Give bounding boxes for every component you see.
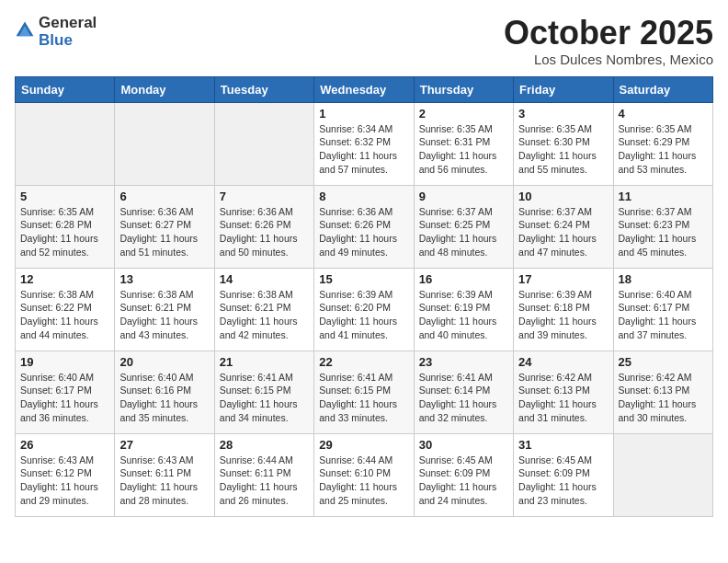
day-info: Sunrise: 6:38 AMSunset: 6:21 PMDaylight:… (119, 288, 209, 342)
day-info: Sunrise: 6:41 AMSunset: 6:15 PMDaylight:… (220, 371, 309, 425)
day-number: 1 (319, 107, 408, 121)
calendar-cell: 1Sunrise: 6:34 AMSunset: 6:32 PMDaylight… (314, 102, 414, 185)
calendar-cell: 21Sunrise: 6:41 AMSunset: 6:15 PMDayligh… (214, 350, 313, 433)
day-number: 8 (319, 190, 408, 203)
location-title: Los Dulces Nombres, Mexico (504, 52, 713, 67)
day-number: 26 (20, 438, 109, 452)
day-number: 10 (518, 190, 608, 203)
day-number: 6 (119, 190, 209, 203)
calendar-table: SundayMondayTuesdayWednesdayThursdayFrid… (15, 76, 713, 517)
day-info: Sunrise: 6:35 AMSunset: 6:29 PMDaylight:… (619, 122, 708, 177)
calendar-cell: 11Sunrise: 6:37 AMSunset: 6:23 PMDayligh… (613, 185, 712, 268)
day-info: Sunrise: 6:40 AMSunset: 6:16 PMDaylight:… (119, 371, 209, 425)
day-info: Sunrise: 6:41 AMSunset: 6:14 PMDaylight:… (419, 371, 508, 425)
calendar-cell: 28Sunrise: 6:44 AMSunset: 6:11 PMDayligh… (214, 433, 313, 516)
calendar-cell: 7Sunrise: 6:36 AMSunset: 6:26 PMDaylight… (214, 185, 313, 268)
day-info: Sunrise: 6:35 AMSunset: 6:28 PMDaylight:… (20, 205, 109, 259)
calendar-cell: 9Sunrise: 6:37 AMSunset: 6:25 PMDaylight… (414, 185, 513, 268)
day-number: 24 (518, 355, 608, 369)
calendar-cell (115, 102, 214, 185)
calendar-cell: 12Sunrise: 6:38 AMSunset: 6:22 PMDayligh… (16, 268, 115, 350)
day-number: 22 (319, 355, 408, 369)
calendar-week-row: 1Sunrise: 6:34 AMSunset: 6:32 PMDaylight… (16, 102, 713, 185)
day-number: 31 (518, 438, 608, 452)
calendar-cell: 8Sunrise: 6:36 AMSunset: 6:26 PMDaylight… (314, 185, 414, 268)
day-number: 20 (119, 355, 209, 369)
day-info: Sunrise: 6:36 AMSunset: 6:26 PMDaylight:… (220, 205, 309, 259)
calendar-cell: 17Sunrise: 6:39 AMSunset: 6:18 PMDayligh… (514, 268, 613, 350)
day-info: Sunrise: 6:37 AMSunset: 6:24 PMDaylight:… (518, 205, 608, 259)
day-info: Sunrise: 6:36 AMSunset: 6:26 PMDaylight:… (319, 205, 408, 259)
day-info: Sunrise: 6:40 AMSunset: 6:17 PMDaylight:… (619, 288, 708, 342)
day-info: Sunrise: 6:40 AMSunset: 6:17 PMDaylight:… (20, 371, 109, 425)
day-info: Sunrise: 6:43 AMSunset: 6:11 PMDaylight:… (119, 454, 209, 508)
month-title: October 2025 (504, 15, 713, 52)
day-number: 29 (319, 438, 408, 452)
weekday-header-tuesday: Tuesday (214, 76, 313, 102)
day-info: Sunrise: 6:45 AMSunset: 6:09 PMDaylight:… (518, 454, 608, 508)
day-number: 27 (119, 438, 209, 452)
day-number: 30 (419, 438, 508, 452)
calendar-week-row: 12Sunrise: 6:38 AMSunset: 6:22 PMDayligh… (16, 268, 713, 350)
logo-general: General (39, 15, 97, 32)
day-number: 11 (619, 190, 708, 203)
day-info: Sunrise: 6:44 AMSunset: 6:10 PMDaylight:… (319, 454, 408, 508)
logo: General Blue (15, 15, 97, 49)
day-number: 2 (419, 107, 508, 121)
day-number: 16 (419, 272, 508, 286)
calendar-cell: 19Sunrise: 6:40 AMSunset: 6:17 PMDayligh… (16, 350, 115, 433)
day-info: Sunrise: 6:35 AMSunset: 6:30 PMDaylight:… (518, 122, 608, 177)
day-number: 14 (220, 272, 309, 286)
day-info: Sunrise: 6:38 AMSunset: 6:22 PMDaylight:… (20, 288, 109, 342)
day-number: 25 (619, 355, 708, 369)
day-info: Sunrise: 6:39 AMSunset: 6:20 PMDaylight:… (319, 288, 408, 342)
day-info: Sunrise: 6:39 AMSunset: 6:19 PMDaylight:… (419, 288, 508, 342)
calendar-cell: 27Sunrise: 6:43 AMSunset: 6:11 PMDayligh… (115, 433, 214, 516)
calendar-cell: 30Sunrise: 6:45 AMSunset: 6:09 PMDayligh… (414, 433, 513, 516)
calendar-cell: 16Sunrise: 6:39 AMSunset: 6:19 PMDayligh… (414, 268, 513, 350)
weekday-header-friday: Friday (514, 76, 613, 102)
day-number: 5 (20, 190, 109, 203)
day-info: Sunrise: 6:35 AMSunset: 6:31 PMDaylight:… (419, 122, 508, 177)
day-info: Sunrise: 6:36 AMSunset: 6:27 PMDaylight:… (119, 205, 209, 259)
calendar-cell: 6Sunrise: 6:36 AMSunset: 6:27 PMDaylight… (115, 185, 214, 268)
day-info: Sunrise: 6:42 AMSunset: 6:13 PMDaylight:… (518, 371, 608, 425)
calendar-cell: 31Sunrise: 6:45 AMSunset: 6:09 PMDayligh… (514, 433, 613, 516)
day-info: Sunrise: 6:34 AMSunset: 6:32 PMDaylight:… (319, 122, 408, 177)
title-block: October 2025 Los Dulces Nombres, Mexico (504, 15, 713, 67)
weekday-header-saturday: Saturday (613, 76, 712, 102)
day-number: 23 (419, 355, 508, 369)
day-info: Sunrise: 6:42 AMSunset: 6:13 PMDaylight:… (619, 371, 708, 425)
day-number: 15 (319, 272, 408, 286)
page-header: General Blue October 2025 Los Dulces Nom… (15, 15, 713, 67)
day-number: 12 (20, 272, 109, 286)
calendar-cell: 15Sunrise: 6:39 AMSunset: 6:20 PMDayligh… (314, 268, 414, 350)
logo-icon (15, 20, 35, 40)
calendar-cell (16, 102, 115, 185)
day-info: Sunrise: 6:37 AMSunset: 6:25 PMDaylight:… (419, 205, 508, 259)
day-info: Sunrise: 6:37 AMSunset: 6:23 PMDaylight:… (619, 205, 708, 259)
calendar-cell: 4Sunrise: 6:35 AMSunset: 6:29 PMDaylight… (613, 102, 712, 185)
day-info: Sunrise: 6:45 AMSunset: 6:09 PMDaylight:… (419, 454, 508, 508)
day-number: 17 (518, 272, 608, 286)
weekday-header-sunday: Sunday (16, 76, 115, 102)
logo-blue: Blue (39, 32, 97, 50)
calendar-cell: 25Sunrise: 6:42 AMSunset: 6:13 PMDayligh… (613, 350, 712, 433)
day-number: 18 (619, 272, 708, 286)
day-number: 21 (220, 355, 309, 369)
day-number: 19 (20, 355, 109, 369)
calendar-week-row: 5Sunrise: 6:35 AMSunset: 6:28 PMDaylight… (16, 185, 713, 268)
calendar-cell (214, 102, 313, 185)
day-number: 13 (119, 272, 209, 286)
day-number: 4 (619, 107, 708, 121)
weekday-header-wednesday: Wednesday (314, 76, 414, 102)
calendar-cell: 26Sunrise: 6:43 AMSunset: 6:12 PMDayligh… (16, 433, 115, 516)
day-info: Sunrise: 6:44 AMSunset: 6:11 PMDaylight:… (220, 454, 309, 508)
day-number: 9 (419, 190, 508, 203)
weekday-header-monday: Monday (115, 76, 214, 102)
calendar-cell: 3Sunrise: 6:35 AMSunset: 6:30 PMDaylight… (514, 102, 613, 185)
calendar-cell: 20Sunrise: 6:40 AMSunset: 6:16 PMDayligh… (115, 350, 214, 433)
day-info: Sunrise: 6:43 AMSunset: 6:12 PMDaylight:… (20, 454, 109, 508)
calendar-cell: 29Sunrise: 6:44 AMSunset: 6:10 PMDayligh… (314, 433, 414, 516)
calendar-cell: 14Sunrise: 6:38 AMSunset: 6:21 PMDayligh… (214, 268, 313, 350)
